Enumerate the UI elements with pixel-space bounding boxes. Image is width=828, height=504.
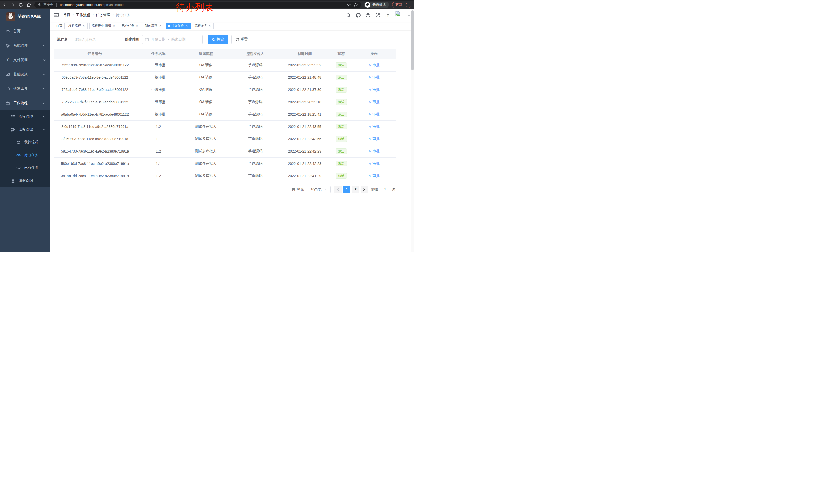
page-size-select[interactable]: 10条/页 <box>307 186 331 193</box>
close-icon[interactable]: × <box>82 24 85 28</box>
status-badge: 激活 <box>335 87 347 93</box>
page-scrollbar[interactable] <box>411 9 414 252</box>
approve-link[interactable]: ✎ 审批 <box>369 124 380 129</box>
sidebar-item-done-tasks[interactable]: 已办任务 <box>0 162 50 174</box>
approve-link[interactable]: ✎ 审批 <box>369 87 380 92</box>
approve-link[interactable]: ✎ 审批 <box>369 112 380 117</box>
tag-form-edit[interactable]: 流程表单-编辑× <box>89 22 118 29</box>
status-badge: 激活 <box>335 148 347 154</box>
browser-forward-icon[interactable] <box>10 3 15 7</box>
close-icon[interactable]: × <box>208 24 211 28</box>
task-id-cell: a6aba0a4-7b6d-11ec-b781-acde48001122 <box>54 108 136 121</box>
start-date-placeholder[interactable]: 开始日期 <box>151 37 165 42</box>
process-cell: 测试多审批人 <box>181 145 231 157</box>
close-icon[interactable]: × <box>135 24 139 28</box>
browser-menu-dots-icon[interactable]: ⋮ <box>405 3 408 7</box>
sidebar-item-leave-query[interactable]: 请假查询 <box>0 174 50 187</box>
avatar-caret-icon[interactable] <box>408 14 410 16</box>
sidebar-item-home[interactable]: 首页 <box>0 24 50 39</box>
task-id-cell: 8f0d1619-7ac8-11ec-a9e2-a2380e71991a <box>54 121 136 133</box>
github-icon[interactable] <box>356 13 361 18</box>
approve-link[interactable]: ✎ 审批 <box>369 161 380 166</box>
approve-link[interactable]: ✎ 审批 <box>369 63 380 67</box>
tag-process-detail[interactable]: 流程详情× <box>192 22 214 29</box>
avatar[interactable] <box>394 10 404 20</box>
close-icon[interactable]: × <box>159 24 162 28</box>
process-name-input[interactable] <box>71 35 118 44</box>
address-bar[interactable]: 不安全 dashboard.yudao.iocoder.cn/bpm/task/… <box>34 2 361 8</box>
search-button[interactable]: 搜索 <box>208 35 228 44</box>
process-cell: OA 请假 <box>181 108 231 121</box>
edit-icon: ✎ <box>369 63 371 67</box>
approve-link[interactable]: ✎ 审批 <box>369 149 380 153</box>
end-date-placeholder[interactable]: 结束日期 <box>171 37 186 42</box>
fullscreen-icon[interactable] <box>375 13 380 18</box>
sidebar-item-system[interactable]: 系统管理 <box>0 39 50 53</box>
approve-link[interactable]: ✎ 审批 <box>369 100 380 104</box>
chevron-up-icon <box>43 102 46 104</box>
sidebar-item-dev-tools[interactable]: 研发工具 <box>0 82 50 96</box>
tag-start-process[interactable]: 发起流程× <box>66 22 88 29</box>
bookmark-star-icon[interactable] <box>354 3 358 7</box>
page-url: dashboard.yudao.iocoder.cn/bpm/task/todo <box>60 3 124 7</box>
starter-cell: 芋道源码 <box>231 96 280 108</box>
task-name-cell: 一级审批 <box>136 71 181 84</box>
tag-done-tasks[interactable]: 已办任务× <box>120 22 141 29</box>
sidebar-item-task-management[interactable]: 任务管理 <box>0 123 50 136</box>
col-task-id: 任务编号 <box>54 49 136 59</box>
sidebar-item-infrastructure[interactable]: 基础设施 <box>0 67 50 82</box>
browser-home-icon[interactable] <box>27 3 31 7</box>
create-time-label: 创建时间 <box>125 37 139 42</box>
sidebar-item-todo-tasks[interactable]: 待办任务 <box>0 149 50 162</box>
password-key-icon[interactable] <box>347 3 351 7</box>
close-icon[interactable]: × <box>185 24 188 28</box>
font-size-icon[interactable]: TT <box>385 13 389 17</box>
sidebar-item-process-management[interactable]: 流程管理 <box>0 110 50 123</box>
starter-cell: 芋道源码 <box>231 121 280 133</box>
omnibox-divider <box>56 3 57 7</box>
tag-my-process[interactable]: 我的流程× <box>142 22 164 29</box>
help-icon[interactable] <box>366 13 370 18</box>
status-badge: 激活 <box>335 75 347 80</box>
page-2-button[interactable]: 2 <box>352 186 359 193</box>
breadcrumb-current: 待办任务 <box>116 13 130 17</box>
browser-reload-icon[interactable] <box>18 3 23 7</box>
starter-cell: 芋道源码 <box>231 157 280 170</box>
approve-link[interactable]: ✎ 审批 <box>369 174 380 178</box>
sidebar-item-workflow[interactable]: 工作流程 <box>0 96 50 110</box>
sidebar-item-payment[interactable]: ¥ 支付管理 <box>0 53 50 67</box>
prev-page-button[interactable] <box>334 186 342 193</box>
tag-todo-tasks[interactable]: 待办任务× <box>166 22 191 29</box>
goto-page-input[interactable] <box>380 186 390 193</box>
sidebar-item-my-process[interactable]: 我的流程 <box>0 136 50 149</box>
browser-update-button[interactable]: 更新 ⋮ <box>392 2 411 8</box>
tag-home[interactable]: 首页 <box>54 22 65 29</box>
update-label: 更新 <box>395 3 402 7</box>
user-icon <box>10 178 15 183</box>
main-area: 首页 / 工作流程 / 任务管理 / 待办任务 TT 首页 发起流程× 流程表单… <box>50 9 414 252</box>
close-icon[interactable]: × <box>112 24 116 28</box>
next-page-button[interactable] <box>361 186 368 193</box>
scrollbar-thumb[interactable] <box>411 10 414 71</box>
search-icon[interactable] <box>346 13 351 18</box>
breadcrumb-task-management[interactable]: 任务管理 <box>96 13 110 17</box>
reset-button[interactable]: 重置 <box>232 35 252 44</box>
breadcrumb-workflow[interactable]: 工作流程 <box>76 13 90 17</box>
app-logo[interactable]: 芋道管理系统 <box>0 9 50 24</box>
breadcrumb-home[interactable]: 首页 <box>63 13 70 17</box>
browser-back-icon[interactable] <box>3 3 7 7</box>
create-time-cell: 2022-01-22 23:53:32 <box>280 59 330 71</box>
approve-link[interactable]: ✎ 审批 <box>369 75 380 80</box>
chevron-up-icon <box>43 129 46 131</box>
date-range-picker[interactable]: 开始日期 - 结束日期 <box>142 35 203 44</box>
sidebar-fold-icon[interactable] <box>54 12 59 18</box>
starter-cell: 芋道源码 <box>231 71 280 84</box>
starter-cell: 芋道源码 <box>231 145 280 157</box>
starter-cell: 芋道源码 <box>231 84 280 96</box>
task-name-cell: 1.1 <box>136 157 181 170</box>
page-1-button[interactable]: 1 <box>343 186 350 193</box>
edit-icon: ✎ <box>369 125 371 129</box>
not-secure-warning-icon <box>37 3 41 7</box>
approve-link[interactable]: ✎ 审批 <box>369 137 380 141</box>
range-separator: - <box>168 37 169 42</box>
